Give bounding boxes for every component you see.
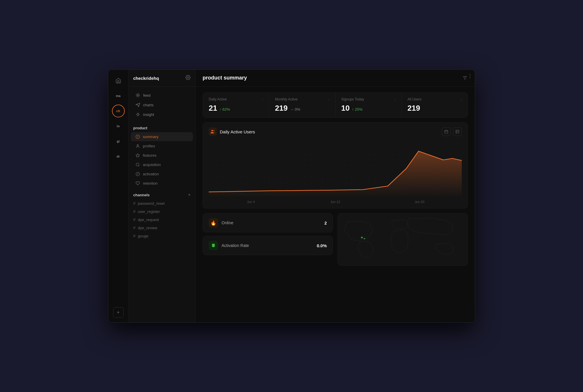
chart-background: [209, 140, 462, 198]
top-nav: feed charts insight: [129, 87, 195, 123]
svg-rect-19: [445, 130, 448, 133]
stat-allusers-value: 219: [408, 104, 420, 113]
stat-allusers-label: All Users: [408, 97, 422, 101]
svg-point-12: [136, 163, 139, 166]
menu-features[interactable]: features: [131, 151, 193, 160]
calendar-button[interactable]: [442, 127, 451, 136]
nav-feed-label: feed: [143, 93, 150, 98]
product-label: product: [133, 126, 147, 130]
x-label-jun4: Jun 4: [209, 200, 293, 204]
menu-retention-label: retention: [143, 181, 158, 186]
main-header: product summary: [196, 70, 475, 86]
header-actions: [462, 75, 468, 81]
chart-area: [209, 140, 462, 198]
channel-gouge[interactable]: # gouge: [129, 232, 195, 240]
channel-dpe-request[interactable]: # dpe_request: [129, 216, 195, 224]
menu-activation-label: activation: [143, 172, 159, 176]
channel-name: dpe_review: [138, 226, 157, 230]
channel-name: dpe_request: [138, 218, 159, 222]
channel-hash-icon: #: [133, 217, 136, 222]
stat-monthly-active[interactable]: Monthly Active › 219 → 0%: [269, 93, 335, 117]
online-label: Online: [222, 220, 321, 225]
menu-retention[interactable]: retention: [131, 179, 193, 188]
home-nav-icon[interactable]: [112, 74, 125, 87]
menu-profiles-label: profiles: [143, 144, 155, 148]
channel-dpe-review[interactable]: # dpe_review: [129, 224, 195, 232]
menu-summary-label: summary: [143, 135, 158, 139]
menu-activation[interactable]: activation: [131, 169, 193, 179]
svg-point-10: [137, 144, 138, 146]
chart-action-buttons: [442, 127, 462, 136]
svg-marker-11: [136, 153, 140, 157]
org-ma[interactable]: ma: [112, 89, 125, 102]
stat-signups-value: 10: [341, 104, 350, 113]
channel-password-reset[interactable]: # password_reset: [129, 199, 195, 207]
stat-monthly-change: → 0%: [290, 107, 300, 112]
activation-value: 0.0%: [317, 243, 327, 248]
window-menu-dots[interactable]: [468, 73, 472, 80]
org-ch-active[interactable]: ch: [112, 105, 125, 117]
svg-point-2: [136, 94, 139, 96]
add-org-button[interactable]: +: [113, 307, 124, 318]
stat-chevron-icon: ›: [328, 98, 329, 101]
filter-icon[interactable]: [462, 75, 468, 81]
org-dr[interactable]: dr: [112, 150, 125, 163]
menu-summary[interactable]: summary: [131, 132, 193, 141]
channels-label: channels: [133, 193, 150, 197]
channel-name: gouge: [138, 234, 148, 238]
nav-insight-label: insight: [143, 112, 154, 117]
stats-row: Daily Active › 21 ↑ 62% Monthly Active ›: [203, 92, 468, 118]
world-map: [338, 213, 468, 266]
channel-name: user_register: [138, 209, 160, 214]
activation-rate-metric: Activation Rate 0.0%: [203, 236, 333, 255]
nav-charts[interactable]: charts: [131, 100, 193, 110]
stat-chevron-icon: ›: [394, 98, 395, 101]
nav-feed[interactable]: feed: [131, 91, 193, 100]
svg-point-4: [137, 114, 139, 116]
svg-point-1: [137, 95, 138, 96]
main-content-area: product summary Daily Active ›: [196, 70, 475, 322]
org-lo[interactable]: lo: [112, 120, 125, 133]
export-button[interactable]: [453, 127, 462, 136]
channels-list: # password_reset # user_register # dpe_r…: [129, 199, 195, 240]
channels-header: channels +: [129, 188, 195, 199]
activation-label: Activation Rate: [222, 243, 313, 248]
channel-hash-icon: #: [133, 225, 136, 230]
menu-acquisition[interactable]: acquisition: [131, 160, 193, 169]
stat-daily-active[interactable]: Daily Active › 21 ↑ 62%: [203, 93, 269, 117]
menu-profiles[interactable]: profiles: [131, 142, 193, 151]
x-label-jun20: Jun 20: [377, 200, 462, 204]
svg-point-18: [211, 130, 213, 131]
channel-hash-icon: #: [133, 201, 136, 206]
stat-daily-change: ↑ 62%: [219, 107, 230, 112]
sidebar-header: checkridehq: [129, 70, 195, 87]
svg-point-0: [187, 77, 189, 78]
gear-icon[interactable]: [185, 75, 191, 81]
stat-signups[interactable]: Signups Today › 10 ↑ 25%: [336, 93, 401, 117]
svg-point-28: [361, 236, 363, 238]
channel-user-register[interactable]: # user_register: [129, 207, 195, 216]
stat-signups-change: ↑ 25%: [352, 107, 362, 112]
stat-all-users[interactable]: All Users › 219: [402, 93, 468, 117]
nav-charts-label: charts: [143, 103, 153, 107]
menu-acquisition-label: acquisition: [143, 163, 161, 167]
svg-point-29: [364, 238, 365, 239]
x-label-jun12: Jun 12: [293, 200, 377, 204]
svg-rect-23: [456, 130, 459, 133]
channel-name: password_reset: [138, 201, 165, 206]
online-metric: 🔥 Online 2: [203, 213, 333, 232]
product-menu: summary profiles features: [129, 132, 195, 188]
sidebar: checkridehq feed: [129, 70, 196, 322]
add-channel-button[interactable]: +: [188, 192, 191, 197]
content-area: Daily Active › 21 ↑ 62% Monthly Active ›: [196, 86, 475, 322]
daily-active-chart: Daily Active Users: [203, 122, 468, 209]
svg-marker-26: [212, 244, 215, 247]
nav-insight[interactable]: insight: [131, 110, 193, 119]
menu-features-label: features: [143, 153, 157, 158]
online-icon: 🔥: [209, 218, 218, 227]
activation-icon: [209, 241, 218, 250]
channel-hash-icon: #: [133, 234, 136, 238]
svg-rect-27: [338, 216, 468, 263]
map-svg: [338, 213, 468, 265]
org-gi[interactable]: gi: [112, 135, 125, 148]
